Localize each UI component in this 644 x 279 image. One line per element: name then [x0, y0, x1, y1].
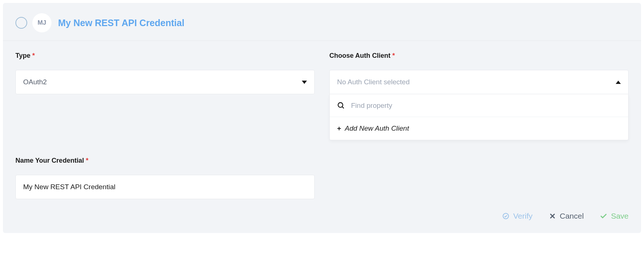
panel-footer: Verify Cancel Save	[3, 203, 641, 233]
chevron-down-icon	[302, 81, 307, 84]
required-marker: *	[32, 52, 35, 59]
form-body: Type * OAuth2 Name Your Credential *	[3, 41, 641, 203]
avatar: MJ	[32, 13, 51, 32]
auth-client-label: Choose Auth Client *	[329, 52, 629, 60]
dropdown-search-row	[330, 94, 628, 117]
panel-header: MJ My New REST API Credential	[3, 3, 641, 41]
svg-line-1	[342, 106, 344, 108]
name-label: Name Your Credential *	[15, 157, 315, 165]
right-column: Choose Auth Client * No Auth Client sele…	[329, 52, 629, 199]
required-marker: *	[86, 157, 88, 164]
svg-point-0	[338, 102, 343, 107]
type-value: OAuth2	[23, 78, 47, 86]
save-button[interactable]: Save	[600, 212, 629, 220]
auth-client-search-input[interactable]	[351, 102, 621, 110]
auth-client-dropdown: + Add New Auth Client	[329, 94, 629, 140]
plus-icon: +	[337, 124, 341, 133]
verify-label: Verify	[513, 212, 533, 220]
status-indicator-icon	[15, 17, 27, 29]
page-title: My New REST API Credential	[58, 18, 185, 28]
verify-button[interactable]: Verify	[502, 212, 533, 220]
auth-client-placeholder: No Auth Client selected	[337, 78, 410, 86]
type-label: Type *	[15, 52, 315, 60]
verify-icon	[502, 212, 509, 220]
add-auth-client-option[interactable]: + Add New Auth Client	[330, 117, 628, 140]
cancel-label: Cancel	[560, 212, 584, 220]
credential-name-input[interactable]	[15, 175, 315, 199]
chevron-up-icon	[616, 81, 621, 84]
save-label: Save	[611, 212, 629, 220]
auth-client-select[interactable]: No Auth Client selected	[329, 70, 629, 94]
auth-client-field: Choose Auth Client * No Auth Client sele…	[329, 52, 629, 140]
cancel-button[interactable]: Cancel	[549, 212, 584, 220]
close-icon	[549, 212, 556, 220]
add-auth-client-label: Add New Auth Client	[345, 124, 409, 133]
type-select[interactable]: OAuth2	[15, 70, 315, 94]
check-icon	[600, 212, 607, 220]
type-field: Type * OAuth2	[15, 52, 315, 94]
search-icon	[337, 102, 345, 110]
avatar-initials: MJ	[37, 19, 46, 27]
credential-panel: MJ My New REST API Credential Type * OAu…	[3, 3, 641, 233]
required-marker: *	[392, 52, 395, 59]
name-field: Name Your Credential *	[15, 157, 315, 199]
left-column: Type * OAuth2 Name Your Credential *	[15, 52, 315, 199]
